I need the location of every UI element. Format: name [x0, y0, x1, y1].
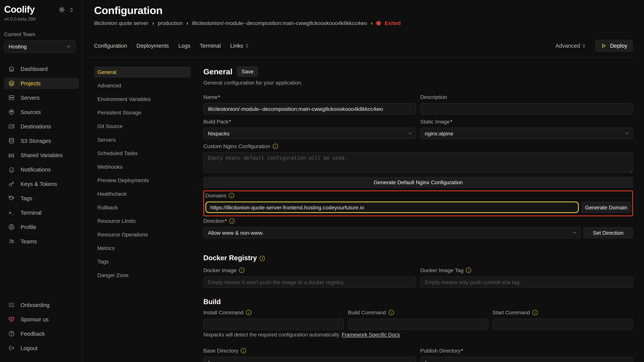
deploy-button-label: Deploy — [610, 43, 627, 49]
sidebar-item-logout[interactable]: Logout — [4, 342, 79, 354]
git-source-icon — [8, 109, 15, 116]
info-icon[interactable] — [230, 218, 235, 224]
info-icon[interactable] — [532, 310, 538, 315]
sidebar-item-dashboard[interactable]: Dashboard — [4, 63, 79, 75]
subnav-item-general[interactable]: General — [94, 66, 191, 78]
install-command-input[interactable] — [203, 319, 344, 330]
subnav-item-persistent-storage[interactable]: Persistent Storage — [94, 107, 191, 118]
framework-docs-link[interactable]: Framework Specific Docs — [342, 332, 400, 338]
build-heading: Build — [203, 298, 633, 306]
subnav-item-rollback[interactable]: Rollback — [94, 202, 191, 213]
sidebar-item-terminal[interactable]: Terminal — [4, 207, 79, 218]
info-icon[interactable] — [260, 256, 265, 261]
subnav-item-resource-limits[interactable]: Resource Limits — [94, 215, 191, 227]
page-title: Configuration — [94, 4, 633, 17]
sidebar-item-label: Tags — [21, 195, 32, 201]
sidebar-item-sponsor-us[interactable]: Sponsor us — [4, 314, 79, 325]
subnav-item-scheduled-tasks[interactable]: Scheduled Tasks — [94, 148, 191, 159]
sidebar-collapse-icon[interactable] — [69, 7, 74, 12]
install-command-label: Install Command — [203, 310, 244, 316]
sidebar-item-shared-variables[interactable]: Shared Variables — [4, 149, 79, 161]
domains-highlight-box: Domains Generate Domain — [203, 190, 633, 216]
sidebar-item-destinations[interactable]: Destinations — [4, 121, 79, 132]
sidebar-item-label: Dashboard — [21, 66, 48, 72]
subnav-item-webhooks[interactable]: Webhooks — [94, 161, 191, 172]
build-pack-label: Build Pack — [203, 119, 231, 125]
heart-icon — [8, 316, 15, 323]
save-button[interactable]: Save — [237, 66, 258, 77]
info-icon[interactable] — [241, 348, 246, 353]
chevron-right-icon — [152, 20, 154, 26]
sidebar-item-teams[interactable]: Teams — [4, 236, 79, 247]
base-directory-input[interactable] — [203, 357, 416, 362]
theme-toggle-sun-icon[interactable] — [59, 6, 65, 13]
subnav-item-resource-operations[interactable]: Resource Operations — [94, 229, 191, 240]
static-image-select[interactable] — [420, 128, 633, 139]
sidebar-item-label: Servers — [21, 95, 40, 101]
breadcrumb-project[interactable]: illicitonion quote server — [94, 20, 148, 26]
subnav-item-preview-deployments[interactable]: Preview Deployments — [94, 175, 191, 186]
publish-directory-label: Publish Directory — [420, 348, 463, 354]
sidebar-item-s3-storages[interactable]: S3 Storages — [4, 135, 79, 147]
build-pack-select[interactable] — [203, 128, 416, 139]
subnav-item-danger-zone[interactable]: Danger Zone — [94, 270, 191, 281]
docker-image-label: Docker Image — [203, 267, 237, 274]
sidebar-item-sources[interactable]: Sources — [4, 106, 79, 118]
breadcrumb-application[interactable]: illicitestonion/-module--decomposition:m… — [192, 20, 367, 26]
sidebar-item-projects[interactable]: Projects — [4, 77, 79, 89]
direction-select[interactable] — [203, 227, 581, 239]
custom-nginx-textarea[interactable] — [203, 152, 633, 173]
info-icon[interactable] — [466, 268, 471, 273]
info-icon[interactable] — [388, 310, 394, 315]
sidebar-item-profile[interactable]: Profile — [4, 221, 79, 233]
subnav-item-environment-variables[interactable]: Environment Variables — [94, 94, 191, 105]
subnav-item-healthcheck[interactable]: Healthcheck — [94, 188, 191, 200]
info-icon[interactable] — [272, 144, 278, 149]
sidebar-item-label: S3 Storages — [21, 138, 51, 144]
variables-icon — [8, 152, 15, 159]
breadcrumb-environment[interactable]: production — [158, 20, 183, 26]
sidebar-item-label: Profile — [21, 224, 36, 230]
team-select[interactable]: Hosting — [4, 41, 76, 52]
sidebar-item-servers[interactable]: Servers — [4, 92, 79, 103]
docker-image-input[interactable] — [203, 276, 416, 288]
sidebar-item-notifications[interactable]: Notifications — [4, 164, 79, 175]
subnav-item-tags[interactable]: Tags — [94, 256, 191, 267]
deploy-button[interactable]: Deploy — [595, 40, 633, 52]
sidebar-item-tags[interactable]: Tags — [4, 193, 79, 204]
domains-label: Domains — [206, 193, 226, 199]
set-direction-button[interactable]: Set Direction — [583, 227, 633, 239]
advanced-menu[interactable]: Advanced — [556, 43, 586, 49]
info-icon[interactable] — [229, 193, 234, 198]
info-icon[interactable] — [246, 310, 251, 315]
sidebar-item-keys-tokens[interactable]: Keys & Tokens — [4, 178, 79, 190]
start-command-input[interactable] — [492, 319, 633, 330]
sidebar-item-feedback[interactable]: Feedback — [4, 328, 79, 340]
domains-input[interactable] — [206, 201, 579, 213]
tab-links[interactable]: Links — [230, 43, 249, 49]
description-input[interactable] — [420, 103, 633, 115]
info-icon[interactable] — [239, 268, 244, 273]
name-input[interactable] — [203, 103, 416, 115]
generate-domain-button[interactable]: Generate Domain — [581, 201, 631, 213]
user-circle-icon — [8, 224, 15, 231]
sidebar-item-label: Teams — [21, 238, 37, 245]
docker-image-tag-input[interactable] — [420, 276, 633, 288]
sidebar-item-label: Onboarding — [21, 302, 50, 308]
subnav-item-advanced[interactable]: Advanced — [94, 80, 191, 91]
subnav-item-git-source[interactable]: Git Source — [94, 121, 191, 132]
sidebar-item-onboarding[interactable]: Onboarding — [4, 299, 79, 311]
app-logo: Coolify — [4, 4, 35, 15]
build-command-input[interactable] — [348, 319, 488, 330]
generate-nginx-button[interactable]: Generate Default Nginx Configuration — [203, 177, 633, 188]
tab-configuration[interactable]: Configuration — [94, 43, 127, 49]
section-description: General configuration for your applicati… — [203, 80, 633, 86]
publish-directory-input[interactable] — [420, 357, 633, 362]
divider — [87, 57, 640, 58]
subnav-item-servers[interactable]: Servers — [94, 134, 191, 145]
tab-terminal[interactable]: Terminal — [200, 43, 221, 49]
tab-deployments[interactable]: Deployments — [136, 43, 169, 49]
subnav-item-metrics[interactable]: Metrics — [94, 243, 191, 254]
home-icon — [8, 65, 15, 72]
tab-logs[interactable]: Logs — [178, 43, 190, 49]
